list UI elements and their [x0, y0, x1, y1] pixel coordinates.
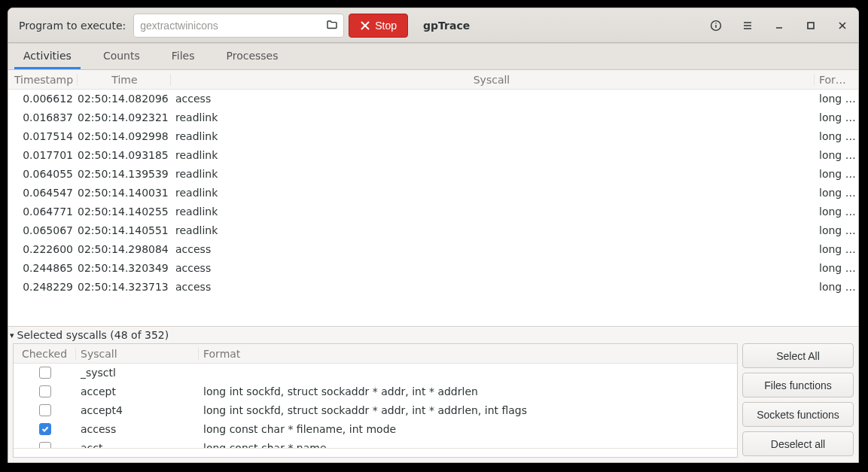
cell-syscall: readlink: [171, 111, 815, 123]
list-item[interactable]: accept4long int sockfd, struct sockaddr …: [14, 401, 737, 420]
list-item[interactable]: _sysctl: [14, 364, 737, 382]
syscalls-body[interactable]: _sysctlacceptlong int sockfd, struct soc…: [14, 364, 737, 448]
cell-format: long int sockfd, struct sockaddr * addr,…: [199, 385, 737, 397]
checkbox-icon[interactable]: [39, 367, 51, 379]
cell-time: 02:50:14.140551: [78, 224, 171, 236]
table-row[interactable]: 0.24822902:50:14.323713accesslong a…: [8, 278, 858, 297]
cell-timestamp: 0.064055: [8, 168, 78, 180]
cell-timestamp: 0.244865: [8, 262, 78, 274]
activities-body[interactable]: 0.00661202:50:14.082096accesslong a…0.01…: [8, 90, 858, 326]
checkbox-icon[interactable]: [39, 385, 51, 397]
cell-syscall: readlink: [171, 149, 815, 161]
list-item[interactable]: acceptlong int sockfd, struct sockaddr *…: [14, 382, 737, 401]
cell-time: 02:50:14.140031: [78, 187, 171, 199]
table-row[interactable]: 0.01683702:50:14.092321readlinklong r…: [8, 108, 858, 127]
program-input-wrap: [133, 14, 344, 38]
syscalls-header: Checked Syscall Format: [14, 344, 737, 364]
svg-rect-9: [808, 23, 814, 29]
expander-label: Selected syscalls (48 of 352): [17, 329, 169, 341]
checkbox-icon[interactable]: [39, 404, 51, 416]
bottom-pane: Checked Syscall Format _sysctlacceptlong…: [8, 343, 858, 462]
tab-processes[interactable]: Processes: [217, 44, 287, 69]
checkbox-icon[interactable]: [39, 423, 51, 435]
list-item[interactable]: accesslong const char * filename, int mo…: [14, 420, 737, 439]
cell-time: 02:50:14.092998: [78, 130, 171, 142]
minimize-button[interactable]: [768, 14, 790, 37]
col-sc[interactable]: Syscall: [76, 348, 199, 360]
syscalls-table: Checked Syscall Format _sysctlacceptlong…: [13, 343, 738, 458]
col-timestamp[interactable]: Timestamp: [8, 74, 78, 86]
cell-syscall: accept: [76, 385, 199, 397]
col-time[interactable]: Time: [78, 74, 171, 86]
cell-time: 02:50:14.139539: [78, 168, 171, 180]
menu-button[interactable]: [736, 14, 759, 37]
sockets-functions-button[interactable]: Sockets functions: [742, 402, 854, 427]
cell-timestamp: 0.222600: [8, 243, 78, 255]
activities-table: Timestamp Time Syscall Format 0.00661202…: [8, 70, 858, 326]
cell-time: 02:50:14.082096: [78, 93, 171, 105]
table-row[interactable]: 0.06454702:50:14.140031readlinklong r…: [8, 184, 858, 203]
stop-button[interactable]: Stop: [349, 14, 408, 38]
col-syscall[interactable]: Syscall: [171, 74, 815, 86]
cell-format: long r…: [815, 130, 858, 142]
cell-time: 02:50:14.320349: [78, 262, 171, 274]
cell-time: 02:50:14.093185: [78, 149, 171, 161]
table-row[interactable]: 0.06506702:50:14.140551readlinklong r…: [8, 221, 858, 240]
cell-format: long a…: [815, 93, 858, 105]
cell-syscall: access: [171, 281, 815, 293]
cell-format: long r…: [815, 168, 858, 180]
open-folder-icon[interactable]: [326, 18, 338, 32]
about-button[interactable]: [705, 14, 727, 37]
cell-syscall: readlink: [171, 206, 815, 218]
cell-checked: [14, 442, 76, 448]
syscalls-expander[interactable]: ▾ Selected syscalls (48 of 352): [8, 326, 858, 343]
info-icon: [710, 20, 722, 32]
table-row[interactable]: 0.06477102:50:14.140255readlinklong r…: [8, 203, 858, 221]
program-input[interactable]: [133, 14, 344, 38]
cell-syscall: acct: [76, 442, 199, 448]
cell-format: long r…: [815, 149, 858, 161]
col-format[interactable]: Format: [815, 74, 858, 86]
stop-label: Stop: [375, 20, 397, 32]
cell-timestamp: 0.017514: [8, 130, 78, 142]
table-row[interactable]: 0.06405502:50:14.139539readlinklong r…: [8, 165, 858, 184]
cell-syscall: accept4: [76, 404, 199, 416]
cell-time: 02:50:14.298084: [78, 243, 171, 255]
tab-activities[interactable]: Activities: [14, 44, 81, 69]
cell-format: long int sockfd, struct sockaddr * addr,…: [199, 404, 737, 416]
tabbar: Activities Counts Files Processes: [8, 43, 858, 70]
maximize-icon: [805, 20, 817, 32]
table-row[interactable]: 0.01751402:50:14.092998readlinklong r…: [8, 127, 858, 146]
files-functions-button[interactable]: Files functions: [742, 373, 854, 397]
headerbar: Program to execute: Stop gpTrace: [8, 8, 858, 43]
table-row[interactable]: 0.22260002:50:14.298084accesslong a…: [8, 240, 858, 259]
tab-counts[interactable]: Counts: [94, 44, 149, 69]
cell-syscall: access: [76, 423, 199, 435]
col-fmt[interactable]: Format: [199, 348, 737, 360]
maximize-button[interactable]: [799, 14, 822, 37]
cell-syscall: access: [171, 243, 815, 255]
deselect-all-button[interactable]: Deselect all: [742, 431, 854, 456]
table-row[interactable]: 0.24486502:50:14.320349accesslong a…: [8, 259, 858, 278]
cell-timestamp: 0.017701: [8, 149, 78, 161]
cell-format: long a…: [815, 281, 858, 293]
table-row[interactable]: 0.01770102:50:14.093185readlinklong r…: [8, 146, 858, 165]
cell-syscall: readlink: [171, 187, 815, 199]
checkbox-icon[interactable]: [39, 442, 51, 448]
close-button[interactable]: [831, 14, 854, 37]
horizontal-scrollbar[interactable]: [14, 448, 737, 457]
list-item[interactable]: acctlong const char * name: [14, 439, 737, 448]
syscall-actions: Select All Files functions Sockets funct…: [742, 343, 854, 458]
cell-format: long const char * filename, int mode: [199, 423, 737, 435]
hamburger-icon: [742, 20, 754, 32]
minimize-icon: [773, 20, 785, 32]
tab-files[interactable]: Files: [163, 44, 204, 69]
select-all-button[interactable]: Select All: [742, 343, 854, 368]
cell-timestamp: 0.064771: [8, 206, 78, 218]
cell-format: long r…: [815, 111, 858, 123]
col-checked[interactable]: Checked: [14, 348, 76, 360]
main-window: Program to execute: Stop gpTrace: [8, 8, 859, 463]
table-row[interactable]: 0.00661202:50:14.082096accesslong a…: [8, 90, 858, 108]
cell-time: 02:50:14.140255: [78, 206, 171, 218]
cell-checked: [14, 404, 76, 416]
